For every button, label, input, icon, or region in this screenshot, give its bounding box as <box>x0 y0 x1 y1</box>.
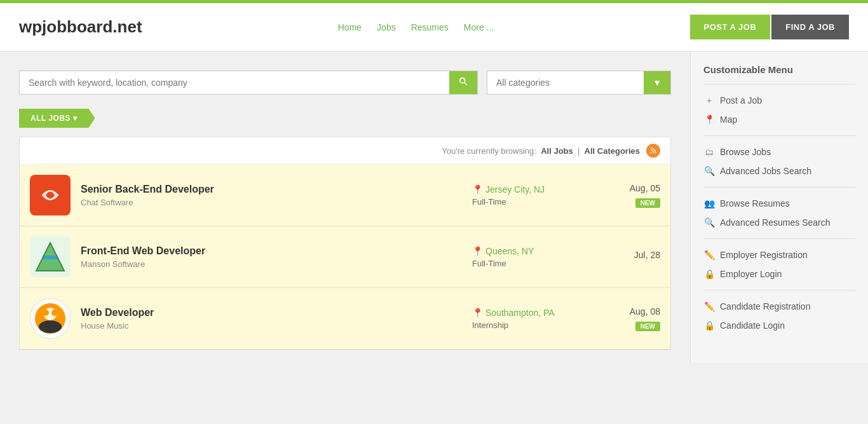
nav-more[interactable]: More ... <box>464 22 494 32</box>
search-row: ▼ <box>19 71 671 95</box>
job-title: Web Developer <box>81 307 462 318</box>
search-icon: 🔍 <box>703 166 715 176</box>
sidebar-item-browse-resumes[interactable]: 👥 Browse Resumes <box>703 194 855 213</box>
sidebar-item-label: Candidate Registration <box>720 301 810 311</box>
svg-point-0 <box>460 78 465 83</box>
sidebar-item-employer-login[interactable]: 🔒 Employer Login <box>703 264 855 284</box>
job-info: Front-End Web Developer Manson Software <box>81 245 462 269</box>
svg-line-1 <box>465 83 467 85</box>
jobs-container: You're currently browsing: All Jobs | Al… <box>19 137 671 350</box>
map-pin-icon: 📍 <box>703 114 715 125</box>
header-left: wpjobboard.net <box>19 17 142 37</box>
new-badge: NEW <box>635 322 660 331</box>
sidebar-item-candidate-registration[interactable]: ✏️ Candidate Registration <box>703 297 855 316</box>
users-icon: 👥 <box>703 198 715 209</box>
search-icon: 🔍 <box>703 217 715 228</box>
sidebar-item-label: Advanced Resumes Search <box>720 217 831 228</box>
sidebar-item-candidate-login[interactable]: 🔒 Candidate Login <box>703 316 855 335</box>
sidebar-item-label: Employer Registration <box>720 250 808 260</box>
header-buttons: POST A JOB FIND A JOB <box>690 15 850 39</box>
all-jobs-row: ALL JOBS ▾ <box>19 109 671 128</box>
main-content: ▼ ALL JOBS ▾ You're currently browsing: … <box>0 51 690 363</box>
plus-icon: + <box>703 95 715 106</box>
nav-jobs[interactable]: Jobs <box>377 22 396 32</box>
sidebar-item-post-job[interactable]: + Post a Job <box>703 91 855 110</box>
job-info: Senior Back-End Developer Chat Software <box>81 184 462 207</box>
category-search-box: ▼ <box>487 71 671 95</box>
sidebar-item-label: Browse Resumes <box>720 198 790 209</box>
sidebar: Customizable Menu + Post a Job 📍 Map 🗂 B… <box>690 51 868 363</box>
sidebar-item-label: Post a Job <box>720 95 762 106</box>
rss-icon[interactable] <box>646 144 660 158</box>
sidebar-item-label: Browse Jobs <box>720 147 771 157</box>
job-type: Internship <box>472 320 587 330</box>
all-jobs-button[interactable]: ALL JOBS ▾ <box>19 109 95 128</box>
site-title: wpjobboard.net <box>19 17 142 37</box>
sidebar-item-label: Map <box>720 114 737 125</box>
job-location-col: 📍 Southampton, PA Internship <box>472 308 587 330</box>
category-dropdown-button[interactable]: ▼ <box>644 71 670 94</box>
header: wpjobboard.net Home Jobs Resumes More ..… <box>0 3 868 51</box>
pencil-icon: ✏️ <box>703 250 715 260</box>
svg-point-11 <box>51 310 58 316</box>
job-location: 📍 Queens, NY <box>472 246 587 256</box>
sidebar-title: Customizable Menu <box>703 64 855 75</box>
job-date: Aug, 05 <box>597 183 660 193</box>
keyword-search-box <box>19 71 478 95</box>
job-location: 📍 Southampton, PA <box>472 308 587 318</box>
find-job-button[interactable]: FIND A JOB <box>771 15 849 39</box>
main-nav: Home Jobs Resumes More ... <box>338 22 494 32</box>
job-date-col: Aug, 08 NEW <box>597 306 660 331</box>
svg-point-9 <box>39 320 62 333</box>
category-input[interactable] <box>487 71 644 94</box>
sidebar-item-label: Advanced Jobs Search <box>720 166 811 176</box>
job-date: Jul, 28 <box>597 250 660 260</box>
job-company: Manson Software <box>81 259 462 269</box>
sidebar-item-label: Employer Login <box>720 269 782 279</box>
main-layout: ▼ ALL JOBS ▾ You're currently browsing: … <box>0 51 868 363</box>
lock-icon: 🔒 <box>703 320 715 331</box>
sidebar-item-browse-jobs[interactable]: 🗂 Browse Jobs <box>703 142 855 161</box>
job-date: Aug, 08 <box>597 306 660 317</box>
briefcase-icon: 🗂 <box>703 147 715 157</box>
job-company: House Music <box>81 321 462 331</box>
svg-point-10 <box>43 310 49 316</box>
job-location: 📍 Jersey City, NJ <box>472 184 587 195</box>
nav-home[interactable]: Home <box>338 22 362 32</box>
job-item[interactable]: Senior Back-End Developer Chat Software … <box>20 165 670 226</box>
job-location-col: 📍 Jersey City, NJ Full-Time <box>472 184 587 207</box>
sidebar-divider-3 <box>703 187 855 188</box>
location-pin-icon: 📍 <box>472 308 483 318</box>
job-title: Senior Back-End Developer <box>81 184 462 195</box>
job-type: Full-Time <box>472 259 587 268</box>
sidebar-item-advanced-jobs[interactable]: 🔍 Advanced Jobs Search <box>703 161 855 181</box>
job-company: Chat Software <box>81 198 462 207</box>
job-item[interactable]: Front-End Web Developer Manson Software … <box>20 226 670 288</box>
job-location-col: 📍 Queens, NY Full-Time <box>472 246 587 268</box>
sidebar-divider-2 <box>703 135 855 136</box>
chevron-down-icon: ▼ <box>653 78 661 88</box>
new-badge: NEW <box>635 198 660 208</box>
post-job-button[interactable]: POST A JOB <box>690 15 771 39</box>
sidebar-divider-5 <box>703 290 855 291</box>
browsing-bar: You're currently browsing: All Jobs | Al… <box>20 137 670 165</box>
job-item[interactable]: Web Developer House Music 📍 Southampton,… <box>20 288 670 350</box>
browsing-text: You're currently browsing: All Jobs | Al… <box>442 146 640 156</box>
svg-point-2 <box>651 153 652 154</box>
sidebar-item-advanced-resumes[interactable]: 🔍 Advanced Resumes Search <box>703 213 855 232</box>
keyword-search-input[interactable] <box>20 71 449 94</box>
job-info: Web Developer House Music <box>81 307 462 331</box>
sidebar-item-employer-registration[interactable]: ✏️ Employer Registration <box>703 245 855 264</box>
company-logo-green <box>30 236 71 277</box>
pencil-icon: ✏️ <box>703 301 715 311</box>
search-icon <box>458 76 468 86</box>
search-submit-button[interactable] <box>449 71 477 94</box>
sidebar-item-label: Candidate Login <box>720 320 785 331</box>
nav-resumes[interactable]: Resumes <box>411 22 449 32</box>
job-logo <box>30 175 71 215</box>
sidebar-item-map[interactable]: 📍 Map <box>703 110 855 129</box>
sidebar-divider-1 <box>703 84 855 85</box>
job-logo <box>30 236 71 277</box>
company-logo-circle <box>30 298 71 339</box>
job-date-col: Jul, 28 <box>597 250 660 264</box>
